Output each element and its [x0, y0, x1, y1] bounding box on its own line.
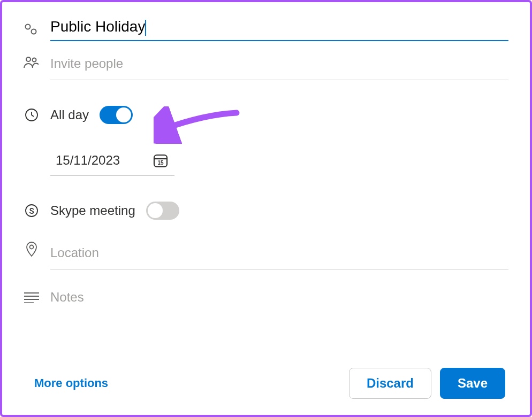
- svg-text:15: 15: [158, 160, 164, 166]
- svg-point-8: [30, 245, 34, 249]
- date-field[interactable]: 15/11/2023 15: [50, 148, 174, 176]
- date-value: 15/11/2023: [56, 153, 120, 168]
- category-icon: [24, 24, 40, 35]
- location-icon: [24, 241, 40, 257]
- svg-point-1: [32, 29, 36, 34]
- event-title-input[interactable]: Public Holiday: [50, 18, 146, 35]
- all-day-label: All day: [50, 107, 89, 122]
- more-options-link[interactable]: More options: [24, 376, 108, 390]
- calendar-icon[interactable]: 15: [152, 152, 169, 169]
- invite-people-input[interactable]: [50, 56, 508, 71]
- svg-point-2: [26, 57, 31, 61]
- save-button[interactable]: Save: [440, 368, 505, 399]
- skype-icon: [24, 204, 40, 218]
- notes-input[interactable]: [50, 290, 508, 305]
- svg-point-0: [26, 25, 31, 29]
- clock-icon: [24, 108, 40, 122]
- location-input[interactable]: [50, 245, 508, 260]
- discard-button[interactable]: Discard: [349, 368, 431, 399]
- skype-meeting-label: Skype meeting: [50, 203, 135, 218]
- people-icon: [24, 56, 40, 69]
- all-day-toggle[interactable]: [100, 106, 133, 124]
- svg-point-3: [33, 58, 36, 62]
- skype-meeting-toggle[interactable]: [146, 202, 179, 220]
- notes-icon: [24, 292, 40, 303]
